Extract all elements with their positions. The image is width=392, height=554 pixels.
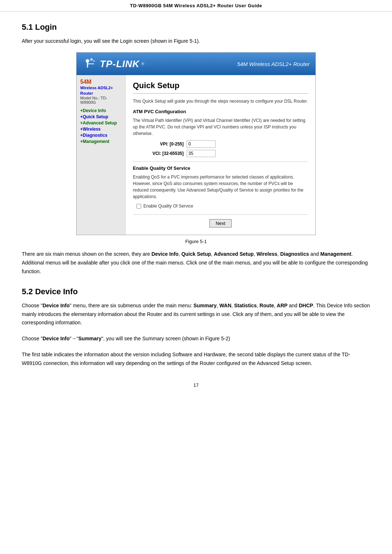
summary-ref: Summary <box>78 336 102 341</box>
vci-row: VCI: [32-65535] <box>144 150 308 157</box>
router-screenshot: TP-LINK ® 54M Wireless ADSL2+ Router 54M… <box>76 52 316 235</box>
qos-section: Enable Quality Of Service Enabling QoS f… <box>133 161 308 209</box>
section-51-title: 5.1 Login <box>22 22 370 32</box>
qos-heading: Enable Quality Of Service <box>133 165 308 171</box>
vci-label: VCI: [32-65535] <box>144 151 184 156</box>
figure-caption: Figure 5-1 <box>22 239 370 244</box>
sidebar-brand-model: Model No.: TD-W8900G <box>80 96 122 104</box>
desc-wireless: Wireless <box>257 251 277 257</box>
device-info-link: Device Info <box>42 303 70 308</box>
router-model-text: 54M Wireless ADSL2+ Router <box>237 61 310 67</box>
atm-heading: ATM PVC Configuration <box>133 109 308 114</box>
desc-device-info: Device Info <box>151 251 179 257</box>
vpi-input[interactable] <box>187 140 216 148</box>
router-sidebar: 54M Wireless ADSL2+ Router Model No.: TD… <box>77 75 126 235</box>
sidebar-brand-sub: Wireless ADSL2+ Router <box>80 85 122 96</box>
description-text: There are six main menus shown on the sc… <box>22 250 370 276</box>
desc-diagnostics: Diagnostics <box>280 251 309 257</box>
sidebar-nav-diagnostics[interactable]: +Diagnostics <box>80 133 122 138</box>
router-main-panel: Quick Setup This Quick Setup will guide … <box>126 75 315 235</box>
section-52-para2: Choose "Device Info"→"Summary", you will… <box>22 335 370 343</box>
page-content: 5.1 Login After your successful login, y… <box>0 12 392 402</box>
sub-wan: WAN <box>220 303 232 308</box>
tplink-logo-container: TP-LINK ® <box>82 57 144 70</box>
next-btn-row: Next <box>133 214 308 227</box>
sidebar-brand: 54M Wireless ADSL2+ Router Model No.: TD… <box>80 79 122 104</box>
section-52: 5.2 Device Info Choose "Device Info" men… <box>22 287 370 368</box>
sidebar-nav-quick-setup[interactable]: +Quick Setup <box>80 114 122 119</box>
qos-checkbox-label: Enable Quality Of Service <box>143 204 193 209</box>
sidebar-nav-advanced-setup[interactable]: +Advanced Setup <box>80 120 122 126</box>
device-info-ref: Device Info <box>42 336 70 341</box>
sidebar-brand-54m: 54M <box>80 79 122 85</box>
header-text: TD-W8900GB 54M Wireless ADSL2+ Router Us… <box>130 3 262 8</box>
page-header: TD-W8900GB 54M Wireless ADSL2+ Router Us… <box>0 0 392 12</box>
svg-point-2 <box>93 60 95 62</box>
router-main-intro: This Quick Setup will guide you through … <box>133 98 308 104</box>
sidebar-nav-management[interactable]: +Management <box>80 139 122 144</box>
vpi-label: VPI: [0-255] <box>144 141 184 147</box>
vci-input[interactable] <box>187 150 216 157</box>
router-main-title: Quick Setup <box>133 81 308 94</box>
desc-advanced-setup: Advanced Setup <box>214 251 254 257</box>
tplink-logo-icon <box>82 57 98 70</box>
tplink-logo-text: TP-LINK <box>100 58 140 70</box>
qos-checkbox[interactable] <box>136 204 141 209</box>
vpi-row: VPI: [0-255] <box>144 140 308 148</box>
sub-route: Route <box>260 303 274 308</box>
atm-text: The Virtual Path Identifier (VPI) and Vi… <box>133 117 308 137</box>
section-52-para1: Choose "Device Info" menu, there are six… <box>22 301 370 327</box>
router-topbar: TP-LINK ® 54M Wireless ADSL2+ Router <box>77 53 315 75</box>
desc-quick-setup: Quick Setup <box>181 251 211 257</box>
sub-dhcp: DHCP <box>299 303 313 308</box>
section-52-title: 5.2 Device Info <box>22 287 370 296</box>
tplink-registered: ® <box>142 62 144 66</box>
section-51-intro: After your successful login, you will se… <box>22 37 370 45</box>
qos-text: Enabling QoS for a PVC improves performa… <box>133 174 308 200</box>
sidebar-nav-device-info[interactable]: +Device Info <box>80 108 122 113</box>
desc-management: Management <box>320 251 351 257</box>
sub-statistics: Statistics <box>234 303 257 308</box>
qos-checkbox-row: Enable Quality Of Service <box>136 204 308 209</box>
sidebar-nav-wireless[interactable]: +Wireless <box>80 127 122 132</box>
svg-point-1 <box>90 58 93 61</box>
sidebar-nav: +Device Info +Quick Setup +Advanced Setu… <box>80 108 122 144</box>
section-52-para3: The first table indicates the informatio… <box>22 350 370 368</box>
sub-arp: ARP <box>277 303 288 308</box>
next-button[interactable]: Next <box>209 219 232 227</box>
sub-summary: Summary <box>193 303 217 308</box>
page-number: 17 <box>22 382 370 388</box>
router-body: 54M Wireless ADSL2+ Router Model No.: TD… <box>77 75 315 235</box>
